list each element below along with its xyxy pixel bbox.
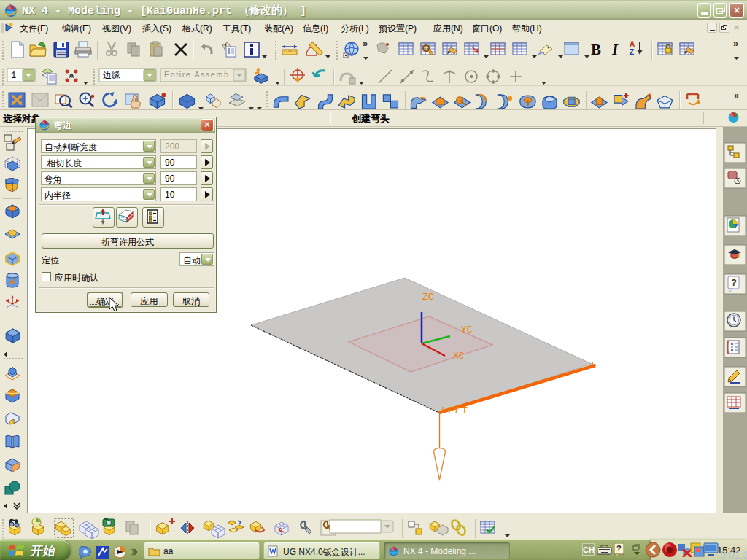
svg-text:I: I bbox=[611, 41, 619, 58]
svg-text:?: ? bbox=[616, 544, 622, 553]
svg-text:XC: XC bbox=[453, 351, 465, 362]
svg-text:Entire Assemb: Entire Assemb bbox=[164, 70, 228, 79]
svg-text:1: 1 bbox=[11, 71, 16, 81]
svg-text:Z: Z bbox=[630, 48, 634, 56]
svg-text:»: » bbox=[733, 38, 738, 49]
svg-text:»: » bbox=[734, 90, 739, 101]
svg-text:ZC: ZC bbox=[422, 292, 434, 303]
svg-text:A: A bbox=[630, 40, 635, 48]
svg-text:»: » bbox=[363, 38, 368, 49]
svg-text:边缘: 边缘 bbox=[103, 71, 120, 81]
svg-text:YC: YC bbox=[461, 324, 473, 335]
svg-text:B: B bbox=[591, 41, 601, 58]
svg-text:LEFT: LEFT bbox=[441, 405, 468, 416]
svg-text:?: ? bbox=[731, 277, 737, 288]
